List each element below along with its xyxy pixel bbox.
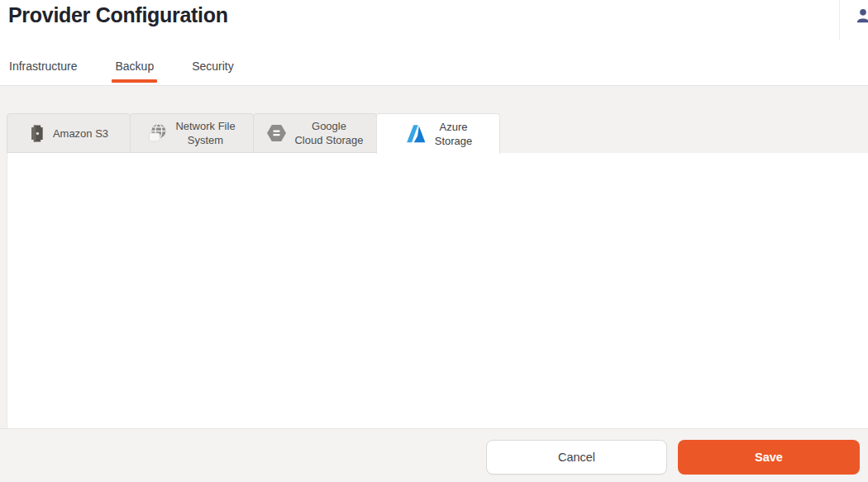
provider-tab-google-cloud-storage[interactable]: GoogleCloud Storage <box>253 113 377 153</box>
footer-action-bar: Cancel Save <box>0 428 868 482</box>
provider-tab-network-file-system[interactable]: Network FileSystem <box>130 113 254 153</box>
provider-tab-label: AzureStorage <box>435 120 473 148</box>
network-file-system-icon <box>148 123 168 144</box>
page-title: Provider Configuration <box>8 3 228 27</box>
azure-icon <box>404 123 427 145</box>
main-nav: Infrastructure Backup Security <box>9 60 234 83</box>
provider-tab-label: Network FileSystem <box>175 119 235 147</box>
user-icon[interactable] <box>855 7 868 24</box>
provider-tab-label: GoogleCloud Storage <box>294 119 363 147</box>
page-header: Provider Configuration Infrastructure Ba… <box>0 0 868 86</box>
tab-content-panel <box>7 153 868 428</box>
tab-infrastructure[interactable]: Infrastructure <box>9 60 77 83</box>
provider-tab-label: Amazon S3 <box>53 126 108 141</box>
cancel-button[interactable]: Cancel <box>486 440 667 475</box>
tab-backup[interactable]: Backup <box>115 60 154 83</box>
provider-tab-amazon-s3[interactable]: Amazon S3 <box>7 113 131 153</box>
provider-configuration-page: Provider Configuration Infrastructure Ba… <box>0 0 868 482</box>
amazon-s3-icon <box>29 123 45 144</box>
header-divider <box>839 0 840 40</box>
google-cloud-storage-icon <box>266 124 287 142</box>
tab-security[interactable]: Security <box>192 60 234 83</box>
provider-tab-azure-storage[interactable]: AzureStorage <box>376 113 500 154</box>
save-button[interactable]: Save <box>678 440 860 475</box>
provider-tab-strip: Amazon S3 Network FileSystem <box>7 113 500 154</box>
